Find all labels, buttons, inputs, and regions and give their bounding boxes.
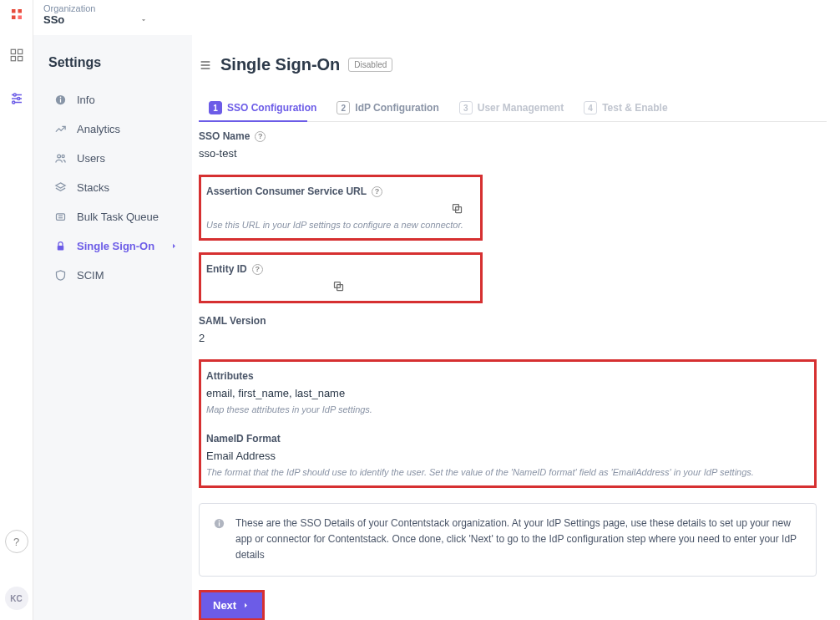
sidebar-item-label: Analytics [77, 123, 120, 135]
shield-icon [53, 269, 67, 282]
sidebar-item-single-sign-on[interactable]: Single Sign-On [48, 231, 184, 261]
info-icon [53, 94, 67, 106]
sso-config-form: SSO Name? sso-test Assertion Consumer Se… [199, 130, 827, 620]
attributes-value: email, first_name, last_name [206, 387, 804, 399]
menu-icon[interactable] [199, 58, 212, 72]
sidebar-item-label: Stacks [77, 181, 109, 194]
sidebar-item-bulk-task-queue[interactable]: Bulk Task Queue [48, 202, 184, 231]
help-icon[interactable]: ? [255, 131, 266, 142]
saml-version-value: 2 [199, 332, 820, 344]
sidebar-item-stacks[interactable]: Stacks [48, 173, 184, 202]
highlight-entity-id: Entity ID? [199, 252, 483, 303]
copy-icon[interactable] [451, 202, 463, 215]
help-icon[interactable]: ? [252, 264, 263, 275]
brand-logo [9, 7, 24, 22]
sidebar-item-info[interactable]: Info [48, 85, 184, 114]
page-header: Single Sign-On Disabled [199, 55, 827, 74]
highlight-next: Next [199, 590, 265, 620]
sidebar-item-label: SCIM [77, 269, 104, 282]
sidebar-item-label: Bulk Task Queue [77, 211, 159, 223]
svg-rect-3 [18, 57, 22, 61]
svg-rect-0 [11, 49, 15, 53]
chevron-right-icon [170, 241, 179, 251]
tab-sso-configuration[interactable]: 1SSO Configuration [199, 94, 326, 121]
svg-rect-16 [56, 214, 64, 221]
info-text: These are the SSO Details of your Conten… [235, 516, 802, 564]
chart-icon [53, 123, 67, 135]
svg-point-5 [13, 94, 16, 96]
info-banner: These are the SSO Details of your Conten… [199, 503, 817, 577]
svg-marker-15 [55, 183, 64, 188]
settings-sliders-icon[interactable] [7, 89, 27, 109]
svg-point-12 [59, 97, 61, 99]
svg-rect-1 [18, 49, 22, 53]
svg-rect-11 [59, 99, 60, 102]
field-sso-name: SSO Name? sso-test [199, 130, 820, 160]
tab-user-management[interactable]: 3User Management [449, 94, 574, 121]
svg-rect-2 [11, 57, 15, 61]
svg-point-9 [12, 101, 14, 104]
user-avatar[interactable]: KC [5, 587, 28, 610]
copy-icon[interactable] [332, 280, 345, 292]
layers-icon [53, 181, 67, 194]
svg-rect-28 [219, 522, 220, 526]
sidebar-item-label: Users [77, 152, 105, 165]
sso-name-value: sso-test [199, 147, 820, 160]
tab-idp-configuration[interactable]: 2IdP Configuration [326, 94, 448, 121]
tab-test-enable[interactable]: 4Test & Enable [574, 94, 677, 121]
main-content: Single Sign-On Disabled 1SSO Configurati… [192, 35, 840, 620]
tabs: 1SSO Configuration 2IdP Configuration 3U… [199, 94, 827, 122]
help-button[interactable]: ? [5, 530, 28, 553]
chevron-right-icon [241, 601, 250, 610]
queue-icon [53, 211, 67, 223]
dashboard-icon[interactable] [7, 45, 27, 65]
lock-icon [53, 240, 67, 252]
highlight-attributes-nameid: Attributes email, first_name, last_name … [199, 359, 817, 488]
attributes-hint: Map these attributes in your IdP setting… [206, 404, 804, 414]
sidebar-item-users[interactable]: Users [48, 144, 184, 173]
org-selector[interactable]: SSo [43, 13, 830, 26]
sidebar-item-analytics[interactable]: Analytics [48, 114, 184, 144]
svg-rect-19 [57, 246, 63, 251]
svg-point-29 [219, 521, 220, 522]
svg-point-14 [62, 155, 64, 157]
org-name: SSo [43, 13, 64, 26]
svg-point-7 [17, 98, 19, 100]
topbar: Organization SSo [33, 0, 840, 35]
sidebar-item-label: Single Sign-On [77, 240, 154, 252]
left-rail: ? KC [0, 0, 33, 620]
page-title: Single Sign-On [220, 55, 340, 74]
svg-point-13 [57, 155, 60, 158]
sidebar-item-scim[interactable]: SCIM [48, 261, 184, 290]
chevron-down-icon [139, 16, 148, 24]
org-label: Organization [43, 3, 830, 13]
nameid-hint: The format that the IdP should use to id… [206, 467, 804, 477]
help-icon[interactable]: ? [372, 186, 382, 197]
field-saml-version: SAML Version 2 [199, 315, 820, 344]
settings-sidebar: Settings Info Analytics Users Stacks Bul… [33, 35, 192, 620]
highlight-acs-url: Assertion Consumer Service URL? Use this… [199, 175, 483, 241]
info-icon [213, 517, 225, 564]
acs-hint: Use this URL in your IdP settings to con… [206, 220, 470, 230]
nameid-value: Email Address [206, 450, 804, 462]
sidebar-item-label: Info [77, 94, 95, 106]
users-icon [53, 152, 67, 165]
next-button[interactable]: Next [201, 592, 262, 618]
status-badge: Disabled [348, 58, 392, 72]
sidebar-heading: Settings [48, 55, 184, 70]
